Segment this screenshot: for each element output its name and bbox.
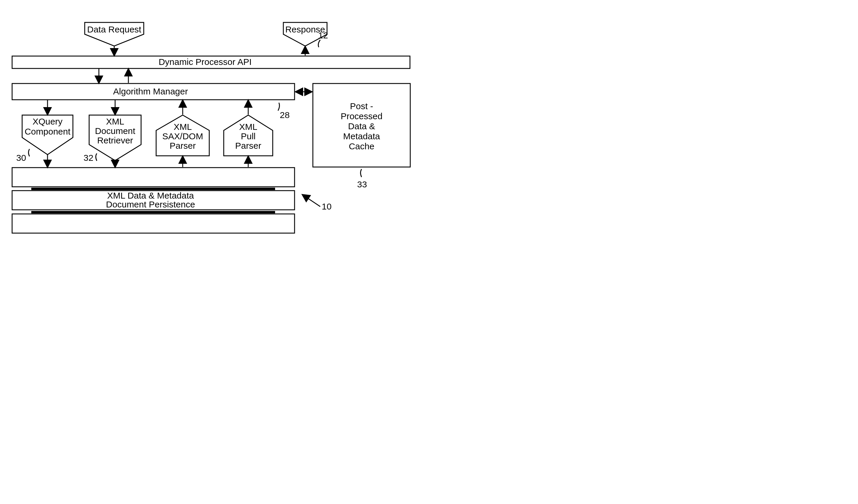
persistence-l1: XML Data & Metadata xyxy=(107,191,194,200)
ref-10-arrow xyxy=(303,195,320,207)
sax-dom-l2: SAX/DOM xyxy=(162,131,203,141)
ref-10: 10 xyxy=(322,201,331,211)
xml-doc-ret-l2: Document xyxy=(95,126,136,136)
ref-33-tick xyxy=(361,169,362,177)
stack-plate-1 xyxy=(12,168,295,187)
ref-12: 12 xyxy=(318,30,328,40)
xquery-l1: XQuery xyxy=(32,117,63,126)
ref-28: 28 xyxy=(280,110,289,120)
api-label: Dynamic Processor API xyxy=(159,57,252,67)
ref-30: 30 xyxy=(16,153,26,163)
cache-l4: Metadata xyxy=(343,131,380,141)
cache-l3: Data & xyxy=(348,121,375,131)
cache-l5: Cache xyxy=(349,141,375,151)
sax-dom-l1: XML xyxy=(174,122,192,132)
cache-l1: Post - xyxy=(350,101,373,111)
xml-doc-ret-l1: XML xyxy=(106,117,124,126)
ref-30-tick xyxy=(29,149,30,157)
pull-l2: Pull xyxy=(241,131,256,141)
data-request-label: Data Request xyxy=(87,25,141,34)
ref-32: 32 xyxy=(83,153,93,163)
pull-l3: Parser xyxy=(235,141,261,150)
persistence-l2: Document Persistence xyxy=(106,199,195,209)
ref-28-tick xyxy=(278,103,280,111)
sax-dom-l3: Parser xyxy=(170,141,196,150)
ref-12-tick xyxy=(318,40,320,47)
cache-l2: Processed xyxy=(340,111,382,121)
algo-mgr-label: Algorithm Manager xyxy=(113,86,188,96)
pull-l1: XML xyxy=(239,122,257,132)
xml-doc-ret-l3: Retriever xyxy=(97,135,133,145)
ref-33: 33 xyxy=(357,179,367,189)
xquery-l2: Component xyxy=(25,127,70,136)
ref-32-tick xyxy=(96,153,97,161)
stack-plate-3 xyxy=(12,214,295,233)
